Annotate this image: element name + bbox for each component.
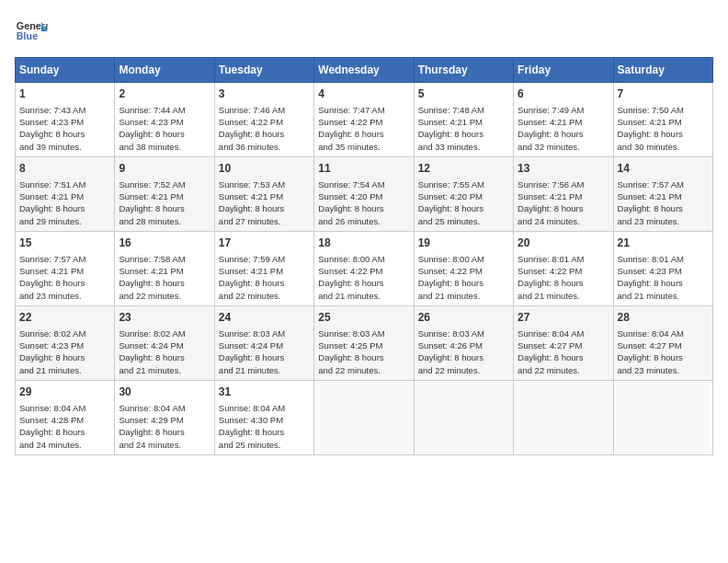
day-number: 30 — [119, 385, 210, 400]
day-info: and 22 minutes. — [219, 290, 310, 302]
calendar-cell: 16Sunrise: 7:58 AMSunset: 4:21 PMDayligh… — [115, 231, 214, 305]
day-number: 17 — [219, 236, 310, 251]
day-info: Daylight: 8 hours — [219, 202, 310, 214]
day-number: 3 — [219, 86, 310, 102]
day-info: Daylight: 8 hours — [219, 128, 310, 140]
calendar-cell: 27Sunrise: 8:04 AMSunset: 4:27 PMDayligh… — [514, 305, 613, 380]
day-info: Sunset: 4:21 PM — [418, 116, 509, 128]
calendar-cell: 13Sunrise: 7:56 AMSunset: 4:21 PMDayligh… — [514, 156, 613, 231]
day-info: Sunrise: 8:02 AM — [119, 327, 210, 339]
day-info: and 24 minutes. — [518, 215, 609, 227]
day-info: Sunrise: 8:04 AM — [518, 327, 609, 339]
weekday-header-tuesday: Tuesday — [214, 58, 313, 83]
day-info: Sunset: 4:26 PM — [418, 339, 509, 351]
day-number: 25 — [318, 310, 409, 326]
day-info: and 33 minutes. — [418, 141, 509, 153]
day-info: and 25 minutes. — [418, 215, 509, 227]
day-number: 13 — [518, 161, 609, 177]
day-info: Daylight: 8 hours — [219, 351, 310, 363]
week-row-4: 22Sunrise: 8:02 AMSunset: 4:23 PMDayligh… — [16, 305, 713, 380]
day-info: Sunrise: 8:02 AM — [19, 327, 110, 339]
day-info: Sunset: 4:20 PM — [318, 190, 409, 202]
day-number: 6 — [518, 86, 609, 102]
day-info: Sunset: 4:25 PM — [318, 339, 409, 351]
weekday-header-thursday: Thursday — [414, 58, 513, 83]
day-number: 4 — [318, 86, 409, 102]
calendar-cell: 21Sunrise: 8:01 AMSunset: 4:23 PMDayligh… — [613, 231, 712, 305]
day-info: Daylight: 8 hours — [19, 128, 110, 140]
day-info: Daylight: 8 hours — [219, 426, 310, 438]
day-info: Sunrise: 7:46 AM — [219, 104, 310, 116]
weekday-header-sunday: Sunday — [16, 58, 115, 83]
calendar-cell: 7Sunrise: 7:50 AMSunset: 4:21 PMDaylight… — [613, 83, 712, 157]
day-info: Sunrise: 7:44 AM — [119, 104, 210, 116]
day-info: Sunrise: 7:55 AM — [418, 178, 509, 190]
day-info: Daylight: 8 hours — [518, 277, 609, 289]
calendar-cell — [414, 380, 513, 454]
calendar-cell: 12Sunrise: 7:55 AMSunset: 4:20 PMDayligh… — [414, 156, 513, 231]
day-number: 16 — [119, 236, 210, 251]
day-info: and 22 minutes. — [518, 364, 609, 376]
day-info: and 21 minutes. — [219, 364, 310, 376]
logo-icon: General Blue — [15, 15, 48, 48]
day-number: 7 — [618, 86, 709, 102]
day-info: Sunset: 4:24 PM — [219, 339, 310, 351]
day-info: Sunset: 4:27 PM — [518, 339, 609, 351]
day-info: and 36 minutes. — [219, 141, 310, 153]
calendar-cell: 5Sunrise: 7:48 AMSunset: 4:21 PMDaylight… — [414, 83, 513, 157]
day-info: Daylight: 8 hours — [518, 351, 609, 363]
calendar-cell: 11Sunrise: 7:54 AMSunset: 4:20 PMDayligh… — [314, 156, 414, 231]
day-info: and 26 minutes. — [318, 215, 409, 227]
calendar-cell: 3Sunrise: 7:46 AMSunset: 4:22 PMDaylight… — [214, 83, 313, 157]
day-number: 15 — [19, 236, 110, 251]
day-info: Sunset: 4:23 PM — [119, 116, 210, 128]
calendar-cell: 10Sunrise: 7:53 AMSunset: 4:21 PMDayligh… — [214, 156, 313, 231]
day-number: 18 — [318, 236, 409, 251]
day-info: Sunrise: 7:58 AM — [119, 253, 210, 265]
day-info: Daylight: 8 hours — [518, 202, 609, 214]
day-info: and 21 minutes. — [618, 290, 709, 302]
calendar-body: 1Sunrise: 7:43 AMSunset: 4:23 PMDaylight… — [16, 83, 713, 455]
day-info: Sunrise: 7:47 AM — [318, 104, 409, 116]
day-info: and 24 minutes. — [19, 439, 110, 451]
day-info: Daylight: 8 hours — [418, 277, 509, 289]
day-info: Sunset: 4:21 PM — [518, 116, 609, 128]
weekday-header-monday: Monday — [115, 58, 214, 83]
day-info: Sunset: 4:21 PM — [518, 190, 609, 202]
day-info: Daylight: 8 hours — [119, 128, 210, 140]
svg-text:Blue: Blue — [17, 30, 38, 41]
day-info: Sunset: 4:23 PM — [19, 339, 110, 351]
day-info: Daylight: 8 hours — [318, 128, 409, 140]
calendar-cell: 23Sunrise: 8:02 AMSunset: 4:24 PMDayligh… — [115, 305, 214, 380]
week-row-3: 15Sunrise: 7:57 AMSunset: 4:21 PMDayligh… — [16, 231, 713, 305]
day-info: Daylight: 8 hours — [219, 277, 310, 289]
day-info: Sunrise: 7:57 AM — [19, 253, 110, 265]
day-info: and 21 minutes. — [119, 364, 210, 376]
day-info: and 23 minutes. — [618, 364, 709, 376]
day-number: 1 — [19, 86, 110, 102]
day-number: 11 — [318, 161, 409, 177]
calendar-cell: 1Sunrise: 7:43 AMSunset: 4:23 PMDaylight… — [16, 83, 115, 157]
day-info: Sunrise: 8:00 AM — [418, 253, 509, 265]
calendar-cell: 14Sunrise: 7:57 AMSunset: 4:21 PMDayligh… — [613, 156, 712, 231]
day-info: Sunrise: 7:48 AM — [418, 104, 509, 116]
day-number: 8 — [19, 161, 110, 177]
day-info: Daylight: 8 hours — [618, 128, 709, 140]
day-info: Daylight: 8 hours — [418, 202, 509, 214]
day-info: Sunset: 4:22 PM — [518, 265, 609, 277]
day-info: Sunset: 4:21 PM — [119, 190, 210, 202]
weekday-header-wednesday: Wednesday — [314, 58, 414, 83]
day-info: and 39 minutes. — [19, 141, 110, 153]
day-info: Daylight: 8 hours — [518, 128, 609, 140]
day-info: Sunrise: 8:04 AM — [618, 327, 709, 339]
day-info: Sunrise: 8:04 AM — [219, 402, 310, 414]
day-number: 10 — [219, 161, 310, 177]
day-info: Sunset: 4:23 PM — [618, 265, 709, 277]
day-info: Sunrise: 8:01 AM — [618, 253, 709, 265]
day-info: and 21 minutes. — [318, 290, 409, 302]
day-info: Sunset: 4:22 PM — [318, 265, 409, 277]
day-number: 12 — [418, 161, 509, 177]
day-info: Sunrise: 8:00 AM — [318, 253, 409, 265]
day-info: Sunrise: 7:52 AM — [119, 178, 210, 190]
day-info: and 23 minutes. — [618, 215, 709, 227]
